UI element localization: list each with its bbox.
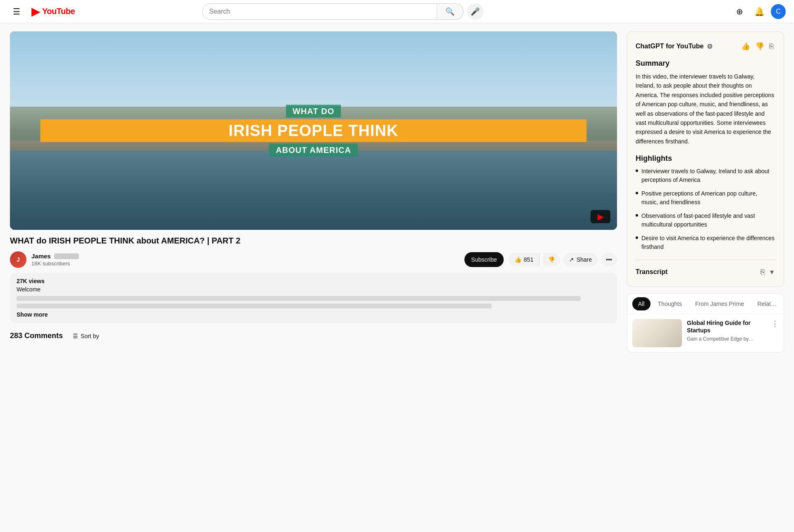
like-count: 851 — [524, 256, 533, 263]
highlight-item-3: Observations of fast-paced lifestyle and… — [636, 212, 775, 229]
action-buttons: 👍 851 👎 ↗ Share ••• — [509, 253, 617, 266]
rec-more-button[interactable]: ⋮ — [771, 319, 779, 328]
transcript-row: Transcript ⎘ ▾ — [636, 260, 775, 278]
transcript-actions: ⎘ ▾ — [759, 266, 775, 278]
header-left: ☰ ▶ YouTube — [8, 3, 75, 20]
copy-transcript-button[interactable]: ⎘ — [759, 266, 767, 278]
summary-text: In this video, the interviewer travels t… — [636, 72, 775, 146]
sort-by-label: Sort by — [81, 333, 99, 339]
search-button[interactable]: 🔍 — [437, 3, 464, 20]
desc-blur-line-1 — [17, 296, 581, 301]
highlight-text-1: Interviewer travels to Galway, Ireland t… — [641, 167, 775, 184]
bullet-2 — [636, 192, 638, 194]
recommendation-item: Global Hiring Guide for Startups Gain a … — [627, 314, 784, 352]
more-button[interactable]: ••• — [601, 253, 617, 266]
channel-name-row: James — [31, 253, 459, 260]
like-button[interactable]: 👍 851 — [509, 253, 540, 266]
play-icon: ▶ — [598, 212, 604, 222]
microphone-icon: 🎤 — [471, 7, 480, 16]
summary-heading: Summary — [636, 59, 775, 68]
channel-row: J James 18K subscribers Subscribe 👍 851 … — [10, 251, 617, 268]
search-bar — [202, 3, 437, 20]
channel-avatar[interactable]: J — [10, 251, 26, 268]
channel-subscribers: 18K subscribers — [31, 260, 459, 267]
overlay-text-line3: ABOUT AMERICA — [269, 144, 358, 157]
highlight-text-4: Desire to visit America to experience th… — [641, 234, 775, 251]
header-right: ⊕ 🔔 C — [731, 3, 786, 20]
description-box: 27K views Welcome Show more — [10, 273, 617, 323]
chatgpt-card: ChatGPT for YouTube ⚙ 👍 👎 ⎘ Summary In — [627, 31, 784, 287]
channel-name-redacted — [54, 253, 79, 259]
channel-name: James — [31, 253, 51, 260]
show-more-button[interactable]: Show more — [17, 311, 48, 318]
video-section: WHAT DO IRISH PEOPLE THINK ABOUT AMERICA… — [10, 31, 617, 353]
chatgpt-action-buttons: 👍 👎 ⎘ — [739, 40, 775, 52]
create-button[interactable]: ⊕ — [731, 3, 748, 20]
main-layout: WHAT DO IRISH PEOPLE THINK ABOUT AMERICA… — [0, 23, 794, 361]
chatgpt-header: ChatGPT for YouTube ⚙ 👍 👎 ⎘ — [636, 40, 775, 52]
notifications-button[interactable]: 🔔 — [751, 3, 768, 20]
share-label: Share — [576, 256, 592, 263]
youtube-logo[interactable]: ▶ YouTube — [31, 5, 75, 18]
rec-title[interactable]: Global Hiring Guide for Startups — [687, 319, 766, 334]
rec-subtitle: Gain a Competitive Edge by… — [687, 336, 766, 342]
tab-thoughts[interactable]: Thoughts — [652, 297, 688, 310]
header-search-area: 🔍 🎤 — [202, 3, 483, 20]
hamburger-menu-button[interactable]: ☰ — [8, 3, 25, 20]
search-icon: 🔍 — [445, 7, 454, 16]
thumbs-up-icon: 👍 — [514, 256, 521, 263]
channel-info: James 18K subscribers — [31, 253, 459, 267]
bullet-1 — [636, 169, 638, 172]
youtube-wordmark: YouTube — [42, 7, 75, 16]
description-welcome: Welcome — [17, 286, 610, 293]
thumbs-up-icon: 👍 — [741, 42, 750, 50]
youtube-icon: ▶ — [31, 5, 41, 18]
subscribe-button[interactable]: Subscribe — [464, 252, 503, 267]
highlights-list: Interviewer travels to Galway, Ireland t… — [636, 167, 775, 251]
highlight-text-2: Positive perceptions of American pop cul… — [641, 189, 775, 207]
tab-from-james-prime[interactable]: From James Prime — [689, 297, 750, 310]
video-watermark: ▶ — [591, 210, 610, 223]
search-input[interactable] — [203, 8, 437, 15]
desc-blur-line-2 — [17, 303, 492, 308]
share-button[interactable]: ↗ Share — [563, 253, 598, 266]
sort-by-button[interactable]: ☰ Sort by — [73, 333, 99, 339]
settings-icon[interactable]: ⚙ — [707, 43, 713, 50]
tab-all[interactable]: All — [632, 297, 651, 310]
create-icon: ⊕ — [736, 7, 743, 17]
thumbs-down-icon: 👎 — [755, 42, 764, 50]
video-title-overlay: WHAT DO IRISH PEOPLE THINK ABOUT AMERICA — [40, 105, 586, 157]
overlay-text-line1: WHAT DO — [286, 105, 341, 118]
rec-thumbnail[interactable] — [632, 319, 682, 347]
overlay-text-line2: IRISH PEOPLE THINK — [40, 119, 586, 142]
sort-icon: ☰ — [73, 333, 78, 339]
copy-transcript-icon: ⎘ — [761, 268, 765, 276]
microphone-button[interactable]: 🎤 — [467, 3, 483, 20]
copy-button[interactable]: ⎘ — [768, 40, 775, 52]
view-count: 27K views — [17, 278, 610, 284]
video-player[interactable]: WHAT DO IRISH PEOPLE THINK ABOUT AMERICA… — [10, 31, 617, 230]
tabs-row: All Thoughts From James Prime Relat… › — [627, 294, 784, 314]
dislike-button[interactable]: 👎 — [543, 253, 560, 266]
highlight-item-4: Desire to visit America to experience th… — [636, 234, 775, 251]
thumbup-button[interactable]: 👍 — [739, 40, 752, 52]
user-avatar[interactable]: C — [771, 4, 786, 19]
transcript-label: Transcript — [636, 268, 667, 276]
chatgpt-title-text: ChatGPT for YouTube — [636, 43, 703, 50]
more-icon: ••• — [606, 256, 612, 263]
highlight-item-2: Positive perceptions of American pop cul… — [636, 189, 775, 207]
thumbdown-button[interactable]: 👎 — [753, 40, 766, 52]
collapse-icon: ▾ — [770, 268, 774, 276]
highlight-text-3: Observations of fast-paced lifestyle and… — [641, 212, 775, 229]
comments-header: 283 Comments ☰ Sort by — [10, 332, 617, 340]
collapse-transcript-button[interactable]: ▾ — [768, 266, 775, 278]
highlight-item-1: Interviewer travels to Galway, Ireland t… — [636, 167, 775, 184]
right-panel: ChatGPT for YouTube ⚙ 👍 👎 ⎘ Summary In — [627, 31, 784, 353]
comments-count: 283 Comments — [10, 332, 63, 340]
chatgpt-title: ChatGPT for YouTube ⚙ — [636, 43, 713, 50]
rec-thumbnail-image — [632, 319, 682, 347]
river-background — [10, 150, 617, 230]
tab-related[interactable]: Relat… — [751, 297, 782, 310]
site-header: ☰ ▶ YouTube 🔍 🎤 ⊕ 🔔 C — [0, 0, 794, 23]
more-icon: ⋮ — [771, 320, 779, 328]
